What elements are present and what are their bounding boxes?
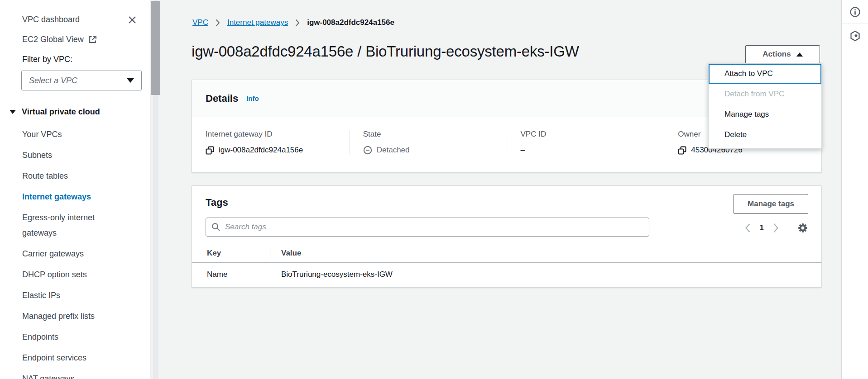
menu-item-attach-to-vpc[interactable]: Attach to VPC — [709, 64, 821, 84]
sidebar-item-internet-gateways[interactable]: Internet gateways — [22, 189, 120, 204]
tags-table: Key Value Name BioTruriung-ecosystem-eks… — [192, 244, 821, 286]
sidebar-item-your-vpcs[interactable]: Your VPCs — [22, 127, 120, 142]
breadcrumb-internet-gateways[interactable]: Internet gateways — [227, 18, 288, 27]
copy-icon[interactable] — [206, 146, 214, 155]
previous-page-button[interactable] — [745, 223, 751, 233]
sidebar-item-egress-only-internet-gateways[interactable]: Egress-only internet gateways — [22, 210, 120, 241]
breadcrumb: VPC Internet gateways igw-008a2dfdc924a1… — [192, 18, 394, 27]
close-icon[interactable] — [127, 15, 137, 25]
detail-value: igw-008a2dfdc924a156e — [219, 146, 303, 155]
menu-item-manage-tags[interactable]: Manage tags — [709, 104, 821, 124]
tags-title: Tags — [206, 197, 228, 208]
sidebar-nav: Your VPCs Subnets Route tables Internet … — [22, 127, 120, 379]
sidebar-item-nat-gateways[interactable]: NAT gateways — [22, 371, 120, 379]
detail-label: State — [363, 130, 507, 139]
ec2-global-view-label: EC2 Global View — [22, 35, 84, 44]
sidebar-item-endpoints[interactable]: Endpoints — [22, 329, 120, 345]
sidebar-item-route-tables[interactable]: Route tables — [22, 168, 120, 184]
vpc-console-page: VPC dashboard EC2 Global View Filter by … — [0, 0, 868, 379]
state-value: Detached — [377, 146, 410, 155]
help-rail — [841, 0, 868, 379]
column-header-value: Value — [270, 249, 301, 258]
sidebar-item-endpoint-services[interactable]: Endpoint services — [22, 350, 120, 365]
current-page-number[interactable]: 1 — [760, 223, 764, 232]
pagination: 1 — [745, 221, 808, 235]
details-title: Details — [206, 93, 238, 104]
sidebar-item-ec2-global-view[interactable]: EC2 Global View — [22, 35, 97, 44]
detached-status-icon — [363, 146, 372, 155]
info-panel-toggle[interactable] — [842, 0, 868, 24]
tag-value: BioTruriung-ecosystem-eks-IGW — [270, 270, 393, 279]
tags-panel: Tags Manage tags 1 Key Value Name B — [192, 185, 822, 288]
notifications-panel-toggle[interactable] — [842, 24, 868, 48]
triangle-up-icon — [796, 52, 803, 57]
sidebar-item-elastic-ips[interactable]: Elastic IPs — [22, 288, 120, 303]
copy-icon[interactable] — [678, 146, 686, 155]
sidebar-section-label: Virtual private cloud — [22, 107, 100, 117]
tags-panel-header: Tags Manage tags — [192, 186, 821, 214]
actions-button-label: Actions — [762, 50, 791, 59]
tags-table-header: Key Value — [192, 244, 821, 263]
divider — [788, 221, 788, 235]
manage-tags-button[interactable]: Manage tags — [734, 194, 808, 214]
actions-button[interactable]: Actions — [745, 45, 820, 63]
detail-label: Internet gateway ID — [206, 130, 349, 139]
breadcrumb-vpc[interactable]: VPC — [192, 18, 208, 27]
search-tags-input[interactable] — [225, 223, 643, 232]
tags-search-box — [206, 218, 649, 237]
actions-dropdown-menu: Attach to VPC Detach from VPC Manage tag… — [708, 63, 822, 149]
vpc-select-placeholder: Select a VPC — [29, 76, 127, 85]
table-row: Name BioTruriung-ecosystem-eks-IGW — [192, 263, 821, 286]
sidebar-item-managed-prefix-lists[interactable]: Managed prefix lists — [22, 308, 120, 324]
detail-field-state: State Detached — [349, 130, 507, 155]
detail-value: – — [521, 146, 525, 155]
detail-field-internet-gateway-id: Internet gateway ID igw-008a2dfdc924a156… — [192, 130, 349, 155]
hexagon-icon — [849, 30, 861, 42]
detail-field-vpc-id: VPC ID – — [507, 130, 664, 155]
external-link-icon — [88, 35, 97, 44]
search-icon — [211, 223, 221, 232]
tag-key: Name — [192, 270, 270, 279]
menu-item-delete[interactable]: Delete — [709, 124, 821, 145]
chevron-down-icon — [127, 78, 134, 83]
breadcrumb-current: igw-008a2dfdc924a156e — [307, 18, 394, 27]
triangle-down-icon — [10, 110, 16, 114]
sidebar: VPC dashboard EC2 Global View Filter by … — [0, 0, 151, 379]
detail-label: VPC ID — [521, 130, 664, 139]
column-header-key: Key — [192, 249, 270, 258]
menu-item-detach-from-vpc[interactable]: Detach from VPC — [709, 84, 821, 104]
page-title: igw-008a2dfdc924a156e / BioTruriung-ecos… — [192, 43, 579, 60]
filter-by-vpc-label: Filter by VPC: — [22, 55, 72, 64]
info-link[interactable]: Info — [246, 95, 259, 102]
settings-gear-icon[interactable] — [797, 223, 808, 233]
sidebar-section-virtual-private-cloud[interactable]: Virtual private cloud — [10, 107, 100, 117]
sidebar-item-carrier-gateways[interactable]: Carrier gateways — [22, 246, 120, 261]
sidebar-item-subnets[interactable]: Subnets — [22, 147, 120, 163]
vpc-select[interactable]: Select a VPC — [21, 71, 142, 90]
sidebar-item-vpc-dashboard[interactable]: VPC dashboard — [22, 15, 80, 24]
sidebar-item-dhcp-option-sets[interactable]: DHCP option sets — [22, 267, 120, 282]
scrollbar-thumb[interactable] — [151, 1, 160, 95]
chevron-right-icon — [216, 19, 220, 27]
chevron-right-icon — [295, 19, 300, 27]
info-icon — [849, 6, 861, 18]
next-page-button[interactable] — [773, 223, 779, 233]
